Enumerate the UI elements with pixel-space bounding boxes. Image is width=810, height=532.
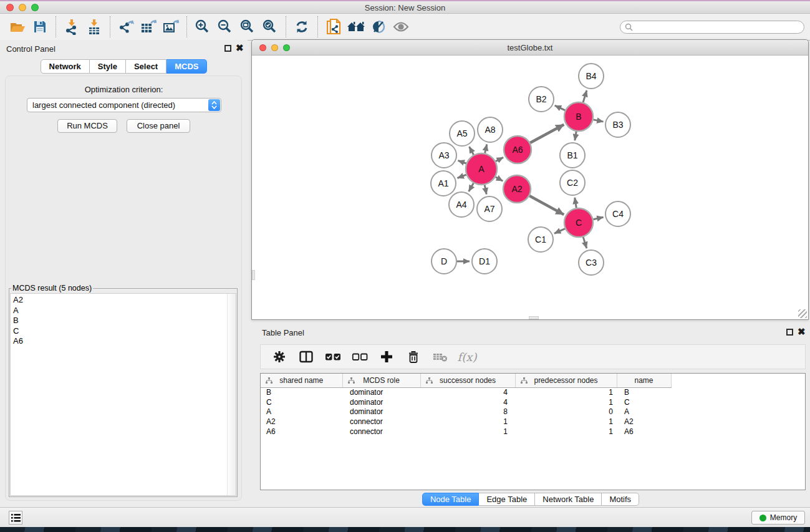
close-panel-icon[interactable]: ✖ (236, 43, 244, 53)
list-scrollbar[interactable] (227, 294, 236, 495)
graph-node-B3[interactable]: B3 (605, 112, 630, 137)
cell[interactable]: dominator (342, 407, 420, 417)
table-settings-button[interactable] (271, 345, 287, 369)
cell[interactable]: A (617, 407, 671, 417)
cell[interactable]: C (617, 397, 671, 407)
mcds-result-item[interactable]: A (13, 306, 236, 316)
edge-B-B2[interactable] (555, 105, 566, 110)
zoom-selected-button[interactable] (259, 15, 281, 39)
criterion-dropdown[interactable]: largest connected component (directed) (27, 98, 221, 112)
mcds-result-item[interactable]: A2 (13, 295, 236, 306)
cell[interactable]: 1 (420, 417, 515, 427)
zoom-fit-button[interactable] (236, 15, 259, 39)
graph-node-A1[interactable]: A1 (431, 171, 456, 196)
column-header-predecessor-nodes[interactable]: predecessor nodes (515, 374, 617, 387)
column-header-name[interactable]: name (617, 374, 671, 387)
table-row[interactable]: Cdominator41C (261, 397, 806, 407)
tab-select[interactable]: Select (126, 59, 166, 74)
table-row[interactable]: Bdominator41B (261, 387, 806, 397)
edge-C-C2[interactable] (575, 198, 577, 208)
graph-node-A5[interactable]: A5 (450, 121, 475, 146)
cell[interactable]: 1 (515, 417, 617, 427)
cell[interactable]: 1 (420, 427, 515, 437)
edge-C-C4[interactable] (593, 217, 603, 220)
memory-button[interactable]: Memory (751, 511, 805, 525)
open-session-button[interactable] (6, 15, 29, 39)
refresh-button[interactable] (291, 15, 313, 39)
graph-node-C3[interactable]: C3 (579, 250, 604, 275)
graph-node-D[interactable]: D (432, 249, 456, 274)
float-panel-icon[interactable] (224, 45, 231, 52)
resize-grip[interactable] (798, 309, 807, 318)
search-input[interactable] (633, 23, 789, 32)
task-history-button[interactable] (9, 511, 22, 525)
graph-node-A2[interactable]: A2 (503, 175, 531, 203)
cell[interactable]: dominator (342, 397, 420, 407)
graph-node-C4[interactable]: C4 (605, 201, 630, 226)
new-network-button[interactable] (322, 15, 345, 39)
cell[interactable]: A6 (617, 427, 671, 437)
zoom-in-button[interactable] (191, 15, 214, 39)
graph-node-B1[interactable]: B1 (560, 143, 585, 168)
cell[interactable]: 1 (515, 427, 617, 437)
cell[interactable]: 4 (420, 387, 515, 397)
edge-C-C1[interactable] (554, 229, 565, 234)
graph-node-D1[interactable]: D1 (472, 249, 497, 274)
cell[interactable]: A2 (617, 417, 671, 427)
cell[interactable]: 8 (420, 407, 515, 417)
tab-motifs[interactable]: Motifs (602, 493, 639, 506)
delete-column-button[interactable] (405, 345, 422, 369)
graph-node-A[interactable]: A (466, 153, 497, 185)
select-all-columns-button[interactable] (325, 345, 341, 369)
home-pages-button[interactable] (345, 15, 367, 39)
mcds-result-item[interactable]: A6 (13, 336, 236, 347)
edge-A2-C[interactable] (529, 196, 564, 215)
graph-node-C1[interactable]: C1 (528, 227, 553, 252)
column-header-shared-name[interactable]: shared name (261, 374, 342, 387)
edge-A-A7[interactable] (485, 185, 486, 195)
tab-style[interactable]: Style (90, 59, 126, 74)
cell[interactable]: B (617, 387, 671, 397)
split-columns-button[interactable] (298, 345, 314, 369)
column-header-successor-nodes[interactable]: successor nodes (420, 374, 515, 387)
tab-node-table[interactable]: Node Table (422, 493, 480, 506)
tab-network-table[interactable]: Network Table (535, 493, 602, 506)
mcds-result-list[interactable]: A2ABCA6 (10, 293, 236, 496)
cell[interactable]: 0 (515, 407, 617, 417)
cell[interactable]: A (261, 407, 342, 417)
export-network-button[interactable] (115, 15, 137, 39)
tab-mcds[interactable]: MCDS (166, 59, 207, 74)
edge-A6-B[interactable] (530, 125, 564, 143)
edge-B-B4[interactable] (583, 90, 587, 102)
tab-network[interactable]: Network (41, 59, 90, 74)
float-table-panel-icon[interactable] (786, 329, 793, 336)
graph-node-B2[interactable]: B2 (529, 87, 554, 112)
zoom-out-button[interactable] (214, 15, 236, 39)
graph-node-A4[interactable]: A4 (449, 192, 474, 217)
edge-A-A8[interactable] (485, 144, 487, 153)
graph-node-C2[interactable]: C2 (560, 170, 585, 195)
network-canvas[interactable]: AA1A2A3A4A5A6A7A8BB1B2B3B4CC1C2C3C4DD1 (252, 56, 808, 319)
edge-A-A3[interactable] (458, 160, 466, 163)
horizontal-scrollbar[interactable] (529, 316, 539, 319)
cell[interactable]: 4 (420, 397, 515, 407)
import-network-button[interactable] (60, 15, 83, 39)
cell[interactable]: dominator (342, 387, 420, 397)
graph-node-A8[interactable]: A8 (478, 117, 503, 142)
apply-function-button[interactable]: f(x) (459, 345, 475, 369)
search-field[interactable] (620, 21, 804, 34)
deselect-all-columns-button[interactable] (352, 345, 368, 369)
table-row[interactable]: A2connector11A2 (261, 417, 806, 427)
vertical-scrollbar[interactable] (252, 270, 255, 280)
close-table-panel-icon[interactable]: ✖ (798, 327, 806, 337)
edge-A-A5[interactable] (470, 147, 474, 155)
cell[interactable]: C (261, 397, 342, 407)
graph-node-C[interactable]: C (564, 208, 593, 237)
column-header-MCDS-role[interactable]: MCDS role (342, 374, 420, 387)
graph-node-A6[interactable]: A6 (504, 136, 531, 163)
cell[interactable]: connector (342, 417, 420, 427)
export-table-button[interactable] (137, 15, 160, 39)
edge-A-A6[interactable] (496, 157, 503, 161)
graph-node-A3[interactable]: A3 (432, 143, 456, 168)
cell[interactable]: B (261, 387, 342, 397)
